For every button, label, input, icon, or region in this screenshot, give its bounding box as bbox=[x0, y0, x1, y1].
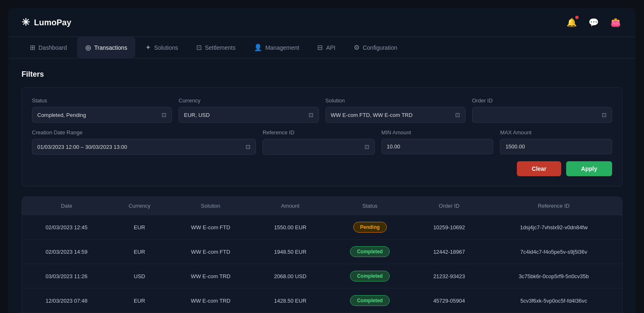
col-date: Date bbox=[22, 197, 111, 215]
solution-value: WW E-com FTD, WW E-com TRD bbox=[331, 112, 455, 118]
col-currency: Currency bbox=[111, 197, 168, 215]
reference-id-label: Reference ID bbox=[263, 129, 375, 136]
cell-amount: 1428.50 EUR bbox=[253, 289, 327, 313]
cell-solution: WW E-com TRD bbox=[168, 289, 253, 313]
solution-label: Solution bbox=[326, 97, 466, 104]
clear-button[interactable]: Clear bbox=[517, 161, 561, 176]
table-row[interactable]: 02/03/2023 14:59 EUR WW E-com FTD 1948.5… bbox=[22, 240, 622, 264]
max-amount-input[interactable] bbox=[505, 143, 607, 150]
order-id-input-wrapper[interactable]: ⊡ bbox=[472, 107, 612, 123]
nav-item-dashboard[interactable]: ⊞ Dashboard bbox=[22, 37, 75, 58]
filters-row-2: Creation Date Range 01/03/2023 12:00 – 3… bbox=[32, 129, 612, 155]
date-range-value: 01/03/2023 12:00 – 30/03/2023 13:00 bbox=[37, 144, 246, 150]
message-icon: 💬 bbox=[589, 18, 599, 27]
logo: ✳ LumoPay bbox=[22, 17, 71, 28]
max-amount-input-wrapper[interactable] bbox=[500, 139, 612, 154]
filter-group-max-amount: MAX Amount bbox=[500, 129, 612, 155]
cell-order-id: 45729-05904 bbox=[413, 289, 486, 313]
table-row[interactable]: 02/03/2023 12:45 EUR WW E-com FTD 1550.0… bbox=[22, 215, 622, 240]
wallet-button[interactable]: 👛 bbox=[609, 16, 622, 29]
notification-badge bbox=[575, 16, 579, 19]
date-range-input[interactable]: 01/03/2023 12:00 – 30/03/2023 13:00 ⊡ bbox=[32, 139, 256, 155]
filters-row-1: Status Completed, Pending ⊡ Currency EUR… bbox=[32, 97, 612, 123]
nav-label-management: Management bbox=[265, 44, 299, 51]
filter-group-reference-id: Reference ID ⊡ bbox=[263, 129, 375, 155]
col-order-id: Order ID bbox=[413, 197, 486, 215]
filters-panel: Status Completed, Pending ⊡ Currency EUR… bbox=[22, 87, 622, 187]
filter-group-date-range: Creation Date Range 01/03/2023 12:00 – 3… bbox=[32, 129, 256, 155]
cell-reference-id: 5cv3f6xk-5vp0oc5f-fd4l36vc bbox=[485, 289, 622, 313]
status-filter-icon: ⊡ bbox=[162, 112, 166, 118]
reference-id-input[interactable] bbox=[268, 144, 364, 150]
nav-item-configuration[interactable]: ⚙ Configuration bbox=[345, 37, 405, 58]
status-badge: Completed bbox=[350, 246, 390, 257]
main-content: Filters Status Completed, Pending ⊡ Curr… bbox=[8, 58, 636, 313]
status-dropdown[interactable]: Completed, Pending ⊡ bbox=[32, 107, 172, 123]
nav-item-api[interactable]: ⊟ API bbox=[309, 37, 344, 58]
management-icon: 👤 bbox=[254, 44, 262, 51]
api-icon: ⊟ bbox=[317, 44, 323, 51]
status-value: Completed, Pending bbox=[37, 112, 162, 118]
cell-status: Completed bbox=[327, 264, 413, 289]
notification-button[interactable]: 🔔 bbox=[565, 16, 579, 29]
currency-value: EUR, USD bbox=[184, 112, 308, 118]
status-badge: Completed bbox=[350, 271, 390, 281]
filter-group-solution: Solution WW E-com FTD, WW E-com TRD ⊡ bbox=[326, 97, 466, 123]
max-amount-label: MAX Amount bbox=[500, 129, 612, 136]
nav-item-solutions[interactable]: ✦ Solutions bbox=[137, 37, 186, 58]
nav-item-transactions[interactable]: ◎ Transactions bbox=[77, 37, 136, 58]
settlements-icon: ⊡ bbox=[196, 44, 202, 51]
filter-group-order-id: Order ID ⊡ bbox=[472, 97, 612, 123]
cell-reference-id: 7c4id4c7-f4o5pe5v-s9j5l36v bbox=[485, 240, 622, 264]
date-range-label: Creation Date Range bbox=[32, 129, 256, 136]
header-actions: 🔔 💬 👛 bbox=[565, 16, 622, 29]
solution-dropdown[interactable]: WW E-com FTD, WW E-com TRD ⊡ bbox=[326, 107, 466, 123]
cell-reference-id: 3c75bk6r-0cop5rf9-5n0cv35b bbox=[485, 264, 622, 289]
cell-order-id: 12442-18967 bbox=[413, 240, 486, 264]
cell-solution: WW E-com TRD bbox=[168, 264, 253, 289]
cell-currency: EUR bbox=[111, 289, 168, 313]
notification-icon: 🔔 bbox=[567, 18, 577, 27]
cell-order-id: 10259-10692 bbox=[413, 215, 486, 240]
currency-dropdown[interactable]: EUR, USD ⊡ bbox=[178, 107, 318, 123]
logo-icon: ✳ bbox=[22, 17, 30, 28]
nav-item-management[interactable]: 👤 Management bbox=[246, 37, 308, 58]
dashboard-icon: ⊞ bbox=[30, 44, 35, 51]
cell-status: Completed bbox=[327, 289, 413, 313]
order-id-input[interactable] bbox=[478, 112, 602, 118]
filter-group-currency: Currency EUR, USD ⊡ bbox=[178, 97, 318, 123]
cell-currency: EUR bbox=[111, 215, 168, 240]
date-range-filter-icon: ⊡ bbox=[246, 143, 251, 150]
col-solution: Solution bbox=[168, 197, 253, 215]
brand-name: LumoPay bbox=[34, 18, 71, 27]
cell-date: 03/03/2023 11:26 bbox=[22, 264, 111, 289]
message-button[interactable]: 💬 bbox=[587, 16, 601, 29]
main-nav: ⊞ Dashboard ◎ Transactions ✦ Solutions ⊡… bbox=[8, 37, 636, 58]
cell-reference-id: 1dsj4jc7-7vhslx92-v0dn84fw bbox=[485, 215, 622, 240]
cell-date: 02/03/2023 14:59 bbox=[22, 240, 111, 264]
currency-filter-icon: ⊡ bbox=[309, 112, 314, 118]
cell-solution: WW E-com FTD bbox=[168, 240, 253, 264]
cell-amount: 1948.50 EUR bbox=[253, 240, 327, 264]
header: ✳ LumoPay 🔔 💬 👛 bbox=[8, 8, 636, 37]
min-amount-input-wrapper[interactable] bbox=[381, 139, 494, 154]
min-amount-input[interactable] bbox=[387, 143, 488, 150]
reference-id-input-wrapper[interactable]: ⊡ bbox=[263, 139, 375, 155]
nav-item-settlements[interactable]: ⊡ Settlements bbox=[188, 37, 244, 58]
filter-group-status: Status Completed, Pending ⊡ bbox=[32, 97, 172, 123]
filter-group-min-amount: MIN Amount bbox=[381, 129, 494, 155]
transactions-icon: ◎ bbox=[85, 44, 91, 51]
table-row[interactable]: 03/03/2023 11:26 USD WW E-com TRD 2068.0… bbox=[22, 264, 622, 289]
cell-solution: WW E-com FTD bbox=[168, 215, 253, 240]
cell-status: Pending bbox=[327, 215, 413, 240]
order-id-label: Order ID bbox=[472, 97, 612, 104]
nav-label-configuration: Configuration bbox=[363, 44, 397, 51]
cell-amount: 1550.00 EUR bbox=[253, 215, 327, 240]
solutions-icon: ✦ bbox=[145, 44, 151, 51]
nav-label-solutions: Solutions bbox=[154, 44, 178, 51]
configuration-icon: ⚙ bbox=[354, 44, 359, 51]
table-row[interactable]: 12/03/2023 07:48 EUR WW E-com TRD 1428.5… bbox=[22, 289, 622, 313]
table-body: 02/03/2023 12:45 EUR WW E-com FTD 1550.0… bbox=[22, 215, 622, 313]
col-amount: Amount bbox=[253, 197, 327, 215]
apply-button[interactable]: Apply bbox=[566, 161, 612, 176]
